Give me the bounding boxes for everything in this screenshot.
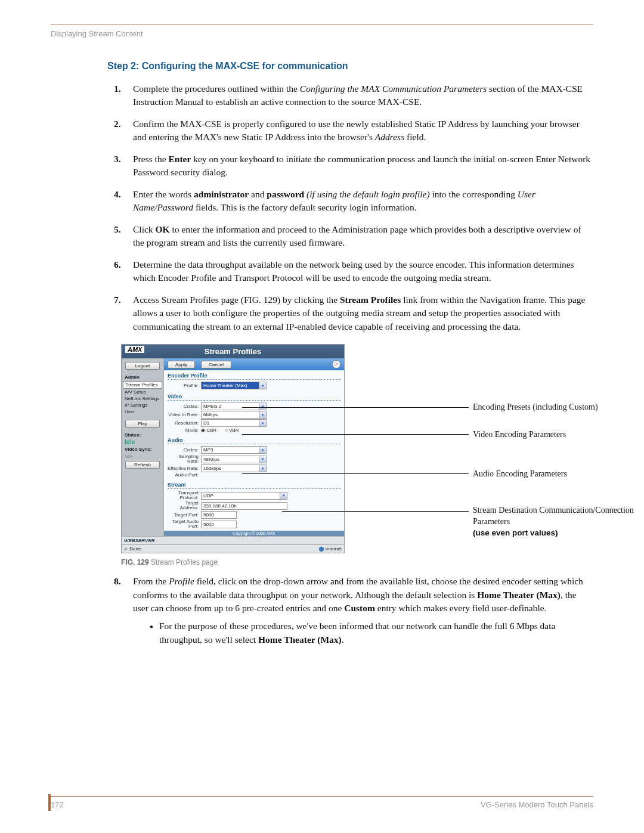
page-footer: 172 VG-Series Modero Touch Panels xyxy=(51,796,593,809)
webserver-label: WEBSERVER xyxy=(124,538,155,543)
figure-129: AMX Stream Profiles Logout Admin Stream … xyxy=(121,344,574,566)
refresh-button[interactable]: Refresh xyxy=(125,461,160,469)
copyright-footer: Copyright © 2006 AMX xyxy=(164,531,344,536)
figure-caption: FIG. 129 Stream Profiles page xyxy=(121,558,574,566)
internet-label: Internet xyxy=(326,546,342,552)
codec-label: Codec: xyxy=(168,404,199,409)
chevron-down-icon[interactable]: ▾ xyxy=(259,403,266,410)
target-address-label: Target Address: xyxy=(168,501,199,510)
target-port-label: Target Port: xyxy=(168,513,199,518)
step-7: Access Stream Profiles page (FIG. 129) b… xyxy=(121,293,593,333)
resolution-select[interactable]: D1▾ xyxy=(201,419,267,427)
target-address-input[interactable]: 239.168.42.10b xyxy=(201,502,287,510)
effective-rate-label: Effective Rate: xyxy=(168,466,199,471)
screenshot-title: Stream Profiles xyxy=(205,347,261,356)
video-rate-label: Video In Rate: xyxy=(168,413,199,417)
toolbar: Apply Cancel ⟳ xyxy=(164,358,344,370)
step-1: Complete the procedures outlined within … xyxy=(121,82,593,109)
audio-port-label: Audio Port: xyxy=(168,473,199,478)
sampling-rate-select[interactable]: 48Kbps▾ xyxy=(201,456,267,463)
apply-button[interactable]: Apply xyxy=(168,361,195,368)
callout-audio-params: Audio Encoding Parameters xyxy=(473,469,640,480)
cbr-radio[interactable]: ◉ CBR xyxy=(201,428,216,433)
audio-codec-label: Codec: xyxy=(168,448,199,453)
screenshot-sidebar: Logout Admin Stream Profiles A/V Setup N… xyxy=(122,358,163,536)
audio-title: Audio xyxy=(168,437,340,444)
vbr-radio[interactable]: ○ VBR xyxy=(225,428,239,433)
step-title: Step 2: Configuring the MAX-CSE for comm… xyxy=(107,61,593,72)
video-codec-select[interactable]: MPEG-2▾ xyxy=(201,402,267,410)
chevron-down-icon[interactable]: ▾ xyxy=(259,465,266,472)
step-5: Click OK to enter the information and pr… xyxy=(121,223,593,250)
globe-icon xyxy=(319,547,324,552)
callout-encoding-presets: Encoding Presets (including Custom) xyxy=(473,402,640,413)
chevron-down-icon[interactable]: ▾ xyxy=(259,411,266,418)
step-4: Enter the words administrator and passwo… xyxy=(121,188,593,215)
step-3: Press the Enter key on your keyboard to … xyxy=(121,153,593,179)
encoder-profile-title: Encoder Profile xyxy=(168,373,340,380)
target-port-input[interactable]: 5000 xyxy=(201,511,237,519)
status-value: Idle xyxy=(123,439,162,445)
sidebar-user[interactable]: User xyxy=(123,408,162,415)
screenshot-header: AMX Stream Profiles xyxy=(122,345,344,358)
transport-label: Transport Protocol: xyxy=(168,491,199,500)
video-title: Video xyxy=(168,394,340,401)
amx-logo: AMX xyxy=(125,346,144,353)
video-rate-select[interactable]: 6Mbps▾ xyxy=(201,411,267,419)
stream-title: Stream xyxy=(168,482,340,489)
mode-label: Mode: xyxy=(168,428,199,433)
status-label: Status: xyxy=(123,431,162,439)
page-number: 172 xyxy=(51,800,64,809)
resolution-label: Resolution: xyxy=(168,421,199,426)
sidebar-netlinx[interactable]: NetLinx Settings xyxy=(123,395,162,402)
target-audio-port-label: Target Audio Port: xyxy=(168,519,199,529)
callout-stream-params: Stream Destination Communication/Connect… xyxy=(473,505,640,539)
sampling-rate-label: Sampling Rate: xyxy=(168,454,199,464)
logout-button[interactable]: Logout xyxy=(125,362,160,370)
doc-title: VG-Series Modero Touch Panels xyxy=(481,800,593,809)
play-button[interactable]: Play xyxy=(125,420,160,428)
video-sync-value: N/A xyxy=(123,453,162,460)
callout-video-params: Video Encoding Parameters xyxy=(473,429,640,441)
running-header: Displaying Stream Content xyxy=(51,29,593,38)
target-audio-port-input[interactable]: 5002 xyxy=(201,521,237,528)
transport-select[interactable]: UDP▾ xyxy=(201,492,287,500)
profile-select[interactable]: Home Theater (Max)▾ xyxy=(201,382,267,389)
chevron-down-icon[interactable]: ▾ xyxy=(259,456,266,463)
step-2: Confirm the MAX-CSE is properly configur… xyxy=(121,117,593,144)
admin-header: Admin xyxy=(123,373,162,381)
audio-codec-select[interactable]: MP3▾ xyxy=(201,446,267,454)
step-8-bullet: For the purpose of these procedures, we'… xyxy=(150,620,593,646)
sidebar-stream-profiles[interactable]: Stream Profiles xyxy=(123,381,162,389)
refresh-icon[interactable]: ⟳ xyxy=(332,360,340,368)
chevron-down-icon[interactable]: ▾ xyxy=(259,447,266,453)
sidebar-av-setup[interactable]: A/V Setup xyxy=(123,389,162,395)
cancel-button[interactable]: Cancel xyxy=(201,361,231,368)
step-6: Determine the data throughput available … xyxy=(121,258,593,285)
chevron-down-icon[interactable]: ▾ xyxy=(280,493,287,499)
step-8: From the Profile field, click on the dro… xyxy=(121,575,593,646)
effective-rate-select[interactable]: 160kbps▾ xyxy=(201,465,267,472)
video-sync-label: Video Sync: xyxy=(123,445,162,453)
stream-profiles-screenshot: AMX Stream Profiles Logout Admin Stream … xyxy=(121,344,345,553)
profile-label: Profile: xyxy=(168,383,199,388)
chevron-down-icon[interactable]: ▾ xyxy=(259,420,266,426)
sidebar-ip-settings[interactable]: IP Settings xyxy=(123,402,162,408)
done-label: ✓ Done xyxy=(124,546,141,552)
chevron-down-icon[interactable]: ▾ xyxy=(259,382,266,389)
